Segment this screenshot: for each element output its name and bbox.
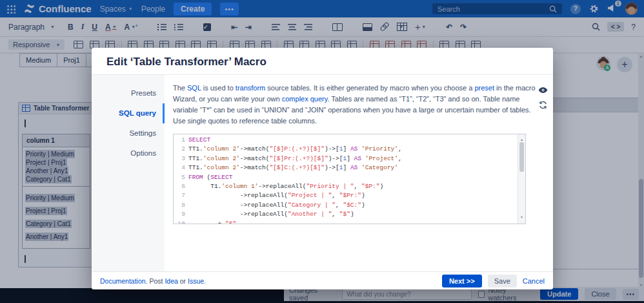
- dialog-tab-sql-query[interactable]: SQL query: [92, 103, 165, 123]
- description-text: source tables. It is either generated by…: [265, 84, 474, 92]
- macro-editor-dialog: Edit ‘Table Transformer’ Macro PresetsSQ…: [92, 48, 553, 289]
- code-line: 7 ->replaceAll("Project | ", "$Pr:"): [174, 191, 518, 200]
- description-text: The: [173, 84, 187, 92]
- footer-links: Documentation. Post Idea or Issue.: [100, 277, 206, 285]
- code-text: T1.'column 1'->replaceAll("Priority | ",…: [188, 182, 383, 191]
- code-text: FROM (SELECT: [188, 173, 232, 182]
- description-text: is used to: [201, 84, 236, 92]
- dialog-body: The SQL is used to transform source tabl…: [165, 75, 534, 272]
- code-text: ->replaceAll("Another | ", "$"): [188, 210, 354, 219]
- dialog-title: Edit ‘Table Transformer’ Macro: [92, 48, 553, 68]
- code-text: + "$": [188, 220, 236, 224]
- dialog-tab-presets[interactable]: Presets: [92, 83, 165, 103]
- description-link[interactable]: SQL: [187, 84, 201, 92]
- sql-code-lines: 1SELECT2TT1.'column 2'->match("[$]P:(.+?…: [174, 136, 518, 224]
- code-line: 2TT1.'column 2'->match("[$]P:(.+?)[$]")-…: [174, 145, 518, 154]
- next-button[interactable]: Next >>: [442, 275, 482, 287]
- code-line: 5FROM (SELECT: [174, 173, 518, 182]
- dialog-buttons: Next >> Save Cancel: [442, 275, 545, 287]
- code-line: 10 + "$": [174, 220, 518, 224]
- dialog-sidebar: PresetsSQL querySettingsOptions: [92, 75, 165, 272]
- dialog-tab-settings[interactable]: Settings: [92, 123, 165, 143]
- code-line: 9 ->replaceAll("Another | ", "$"): [174, 210, 518, 219]
- footer-link[interactable]: Idea: [165, 277, 177, 285]
- save-button[interactable]: Save: [488, 275, 517, 287]
- footer-text: .: [204, 277, 206, 285]
- line-number: 7: [174, 191, 188, 200]
- line-number: 4: [174, 163, 188, 172]
- footer-link[interactable]: Documentation: [100, 277, 146, 285]
- footer-text: . Post: [146, 277, 165, 285]
- code-line: 8 ->replaceAll("Category | ", "$C:"): [174, 201, 518, 210]
- sql-code-editor[interactable]: 1SELECT2TT1.'column 2'->match("[$]P:(.+?…: [173, 134, 526, 224]
- line-number: 9: [174, 210, 188, 219]
- code-line: 6 T1.'column 1'->replaceAll("Priority | …: [174, 182, 518, 191]
- confluence-window: Confluence Spaces▼ People Create ••• Sea…: [0, 0, 644, 303]
- code-text: TT1.'column 2'->match("[$]P:(.+?)[$]")->…: [188, 145, 402, 154]
- code-text: TT1.'column 2'->match("[$]Pr:(.+?)[$]")-…: [188, 154, 402, 163]
- line-number: 5: [174, 173, 188, 182]
- code-line: 1SELECT: [174, 136, 518, 145]
- code-text: TT1.'column 2'->match("[$]C:(.+?)[$]")->…: [188, 163, 398, 172]
- line-number: 6: [174, 182, 188, 191]
- line-number: 8: [174, 201, 188, 210]
- description-link[interactable]: transform: [236, 84, 265, 92]
- line-number: 10: [174, 220, 188, 224]
- dialog-tab-options[interactable]: Options: [92, 143, 165, 163]
- code-scrollbar-thumb[interactable]: [519, 142, 524, 172]
- description-link[interactable]: complex query: [282, 95, 328, 103]
- footer-text: or: [178, 277, 188, 285]
- description-link[interactable]: preset: [474, 84, 494, 92]
- cancel-button[interactable]: Cancel: [523, 277, 545, 285]
- sql-description: The SQL is used to transform source tabl…: [173, 83, 542, 127]
- code-text: SELECT: [188, 136, 210, 145]
- code-text: ->replaceAll("Category | ", "$C:"): [188, 201, 365, 210]
- footer-link[interactable]: Issue: [188, 277, 204, 285]
- code-line: 4TT1.'column 2'->match("[$]C:(.+?)[$]")-…: [174, 163, 518, 172]
- scroll-down-icon[interactable]: ▼: [518, 213, 525, 222]
- line-number: 2: [174, 145, 188, 154]
- code-line: 3TT1.'column 2'->match("[$]Pr:(.+?)[$]")…: [174, 154, 518, 163]
- line-number: 1: [174, 136, 188, 145]
- dialog-footer: Documentation. Post Idea or Issue. Next …: [92, 271, 553, 289]
- line-number: 3: [174, 154, 188, 163]
- code-text: ->replaceAll("Project | ", "$Pr:"): [188, 191, 365, 200]
- code-scrollbar[interactable]: ▲ ▼: [518, 134, 525, 224]
